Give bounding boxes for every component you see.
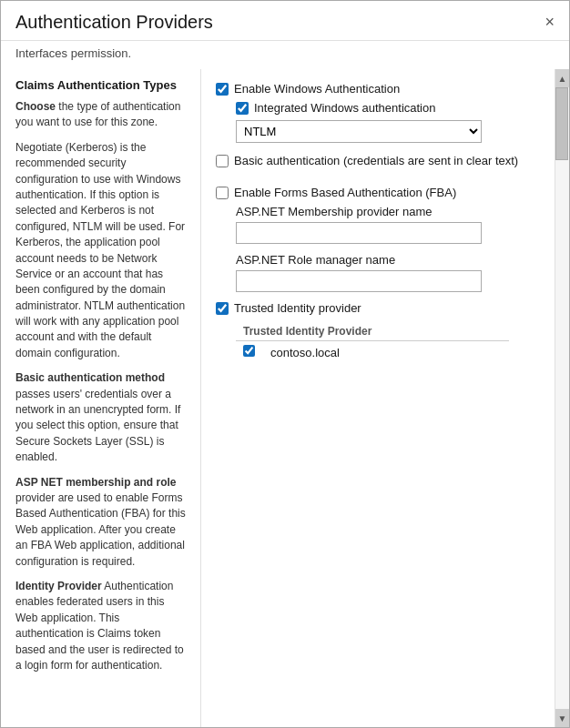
integrated-windows-label[interactable]: Integrated Windows authentication: [254, 101, 435, 115]
ntlm-select[interactable]: NTLM: [236, 120, 482, 143]
aspnet-label: ASP NET membership and role: [15, 476, 177, 489]
scroll-up-arrow[interactable]: ▲: [555, 69, 570, 87]
basic-auth-label[interactable]: Basic authentication (credentials are se…: [234, 154, 518, 167]
membership-provider-input[interactable]: [236, 222, 482, 244]
role-manager-label: ASP.NET Role manager name: [236, 253, 540, 267]
scroll-thumb[interactable]: [555, 87, 568, 160]
forms-based-label[interactable]: Enable Forms Based Authentication (FBA): [234, 186, 456, 199]
claims-auth-title: Claims Authentication Types: [15, 78, 186, 92]
trusted-table-header: Trusted Identity Provider: [236, 322, 509, 341]
forms-based-checkbox[interactable]: [216, 187, 229, 199]
membership-provider-label: ASP.NET Membership provider name: [236, 205, 540, 218]
scrollbar: ▲ ▼: [555, 69, 569, 727]
authentication-dialog: Authentication Providers × Interfaces pe…: [0, 0, 570, 728]
windows-auth-label[interactable]: Enable Windows Authentication: [234, 82, 400, 96]
identity-text: Authentication enables federated users i…: [15, 580, 184, 672]
aspnet-text: provider are used to enable Forms Based …: [15, 491, 186, 568]
basic-auth-row: Basic authentication (credentials are se…: [216, 154, 540, 167]
choose-description: Choose the type of authentication you wa…: [15, 99, 186, 131]
dialog-subtitle: Interfaces permission.: [1, 41, 569, 69]
identity-label: Identity Provider: [15, 580, 102, 592]
trusted-identity-table: Trusted Identity Provider contoso.local: [236, 322, 509, 363]
ntlm-select-row: NTLM: [236, 120, 540, 143]
basic-auth-checkbox[interactable]: [216, 155, 229, 167]
trusted-provider-row: contoso.local: [236, 341, 509, 364]
basic-text: passes users' credentials over a network…: [15, 388, 180, 464]
trusted-provider-name[interactable]: contoso.local: [263, 341, 509, 364]
left-panel: Claims Authentication Types Choose the t…: [1, 69, 201, 727]
windows-auth-row: Enable Windows Authentication: [216, 82, 540, 96]
scroll-down-arrow[interactable]: ▼: [555, 709, 570, 727]
choose-label: Choose: [15, 100, 56, 113]
basic-description: Basic authentication method passes users…: [15, 370, 186, 465]
dialog-title: Authentication Providers: [15, 12, 213, 33]
trusted-identity-checkbox[interactable]: [216, 302, 229, 315]
negotiate-description: Negotiate (Kerberos) is the recommended …: [15, 140, 186, 361]
integrated-windows-checkbox[interactable]: [236, 102, 249, 115]
identity-description: Identity Provider Authentication enables…: [15, 579, 186, 673]
scroll-track[interactable]: [555, 87, 569, 709]
aspnet-description: ASP NET membership and role provider are…: [15, 475, 186, 570]
trusted-provider-checkbox-cell: [236, 341, 263, 364]
role-manager-input[interactable]: [236, 270, 482, 292]
trusted-provider-checkbox[interactable]: [243, 345, 255, 357]
close-button[interactable]: ×: [545, 14, 555, 30]
forms-based-row: Enable Forms Based Authentication (FBA): [216, 186, 540, 199]
trusted-identity-row: Trusted Identity provider: [216, 301, 540, 315]
dialog-body: Claims Authentication Types Choose the t…: [1, 69, 569, 727]
windows-auth-checkbox[interactable]: [216, 83, 229, 96]
dialog-header: Authentication Providers ×: [1, 1, 569, 41]
integrated-windows-row: Integrated Windows authentication: [236, 101, 540, 115]
trusted-identity-label[interactable]: Trusted Identity provider: [234, 301, 361, 315]
basic-label: Basic authentication method: [15, 371, 165, 384]
right-panel: Enable Windows Authentication Integrated…: [201, 69, 555, 727]
